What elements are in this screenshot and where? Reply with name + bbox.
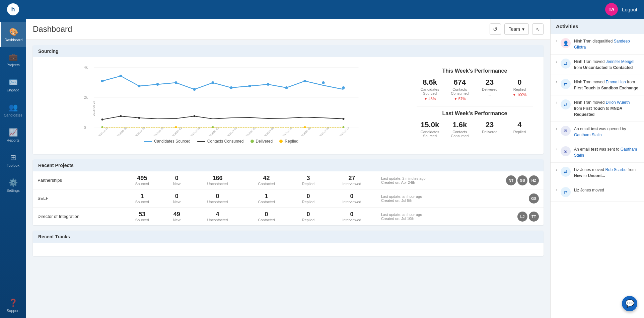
this-week-grid: 8.6k Candidates Sourced ▼ 43% 674 Contac… [417, 78, 533, 101]
contacted-cell: 42 Contacted [244, 171, 289, 189]
interviewed-cell: 0 Interviewed [327, 208, 376, 226]
svg-point-21 [101, 118, 103, 121]
sidebar-item-label: Projects [6, 63, 20, 67]
this-week-replied: 0 Replied ▼ 100% [506, 78, 533, 101]
sourcing-body: 4k 2k 0 2018-06-27 [33, 57, 544, 154]
user-avatar[interactable]: TA [605, 3, 618, 16]
activity-text: Ninh Tran disqualified Sandeep Gilotra [574, 38, 639, 50]
uncontacted-cell: 0 Uncontacted [191, 189, 243, 208]
dashboard-icon: 🎨 [9, 28, 18, 36]
sidebar-item-toolbox[interactable]: ⊞ Toolbox [0, 148, 26, 173]
svg-point-11 [175, 81, 177, 84]
svg-point-23 [138, 117, 140, 119]
interviewed-cell: 27 Interviewed [327, 171, 376, 189]
activity-link[interactable]: Gautham Stalin [574, 147, 637, 158]
move-icon: ⇄ [561, 59, 571, 69]
table-row[interactable]: SELF 1 Sourced 0 New 0 [33, 189, 544, 208]
sidebar-item-engage[interactable]: ✉️ Engage [0, 72, 26, 97]
logout-button[interactable]: Logout [622, 7, 637, 12]
project-avatars-cell: LJ TT [470, 208, 544, 226]
replied-cell: 3 Replied [289, 171, 328, 189]
activity-item[interactable]: › ⇄ Ninh Tran moved Jennifer Mengel from… [551, 55, 644, 75]
activity-item[interactable]: › ✉ An email test was sent to Gautham St… [551, 142, 644, 163]
svg-point-29 [175, 126, 177, 128]
sidebar-item-dashboard[interactable]: 🎨 Dashboard [0, 22, 26, 47]
sidebar-item-reports[interactable]: 📈 Reports [0, 123, 26, 148]
email-icon: ✉ [561, 126, 571, 136]
legend-delivered: Delivered [251, 139, 273, 144]
chart-area: 4k 2k 0 2018-06-27 [38, 63, 404, 149]
this-week-delivered: 23 Delivered -- [477, 78, 503, 101]
new-cell: 49 New [162, 208, 191, 226]
sidebar-item-settings[interactable]: ⚙️ Settings [0, 173, 26, 198]
sourced-cell: 495 Sourced [122, 171, 162, 189]
svg-point-12 [193, 88, 196, 91]
uncontacted-cell: 4 Uncontacted [191, 208, 243, 226]
project-meta: Last update: an hour ago Created on: Jul… [376, 208, 470, 226]
project-name: SELF [33, 189, 122, 208]
activity-link[interactable]: Rob Scarbo [605, 167, 626, 172]
sourcing-header: Sourcing [33, 45, 544, 57]
recent-tracks-card: Recent Tracks [33, 231, 544, 256]
main-content: Dashboard ↺ Team ▾ ∿ Sourcing [26, 19, 550, 318]
activity-item[interactable]: › ⇄ Liz Jones moved [551, 183, 644, 202]
team-dropdown-button[interactable]: Team ▾ [504, 23, 529, 35]
activity-link[interactable]: Emma Han [606, 80, 626, 84]
support-icon: ❓ [9, 299, 18, 307]
project-avatars-cell: NT GS HZ [470, 171, 544, 189]
projects-table: Partnerships 495 Sourced 0 New [33, 171, 544, 225]
sourced-cell: 53 Sourced [122, 208, 162, 226]
activity-link[interactable]: Sandeep Gilotra [574, 39, 630, 50]
activity-link[interactable]: Jennifer Mengel [606, 59, 634, 64]
sidebar-item-candidates[interactable]: 👥 Candidates [0, 97, 26, 123]
table-row[interactable]: Director of Integration 53 Sourced 49 Ne… [33, 208, 544, 226]
sidebar-item-label: Candidates [4, 113, 22, 117]
person-icon: 👤 [561, 38, 571, 48]
activity-text: An email test was sent to Gautham Stalin [574, 146, 639, 158]
activity-item[interactable]: › ⇄ Ninh Tran moved Dillon Wuerth from F… [551, 95, 644, 122]
activity-text: Ninh Tran moved Emma Han from First Touc… [574, 79, 639, 91]
dashboard-header: Dashboard ↺ Team ▾ ∿ [26, 19, 550, 40]
svg-point-8 [120, 75, 122, 77]
chevron-right-icon: › [556, 127, 557, 131]
sidebar-item-support[interactable]: ❓ Support [0, 293, 26, 318]
activity-text: Liz Jones moved Rob Scarbo from New to U… [574, 167, 639, 179]
this-week-candidates: 8.6k Candidates Sourced ▼ 43% [417, 78, 443, 101]
activity-item[interactable]: › ⇄ Liz Jones moved Rob Scarbo from New … [551, 163, 644, 183]
sidebar-item-label: Engage [7, 88, 19, 92]
main-wrapper: TA Logout Dashboard ↺ Team ▾ ∿ Sourcing [26, 0, 644, 318]
svg-point-14 [230, 86, 233, 89]
activity-item[interactable]: › 👤 Ninh Tran disqualified Sandeep Gilot… [551, 34, 644, 55]
svg-point-15 [248, 85, 251, 87]
activity-item[interactable]: › ⇄ Ninh Tran moved Emma Han from First … [551, 75, 644, 95]
recent-projects-header: Recent Projects [33, 159, 544, 171]
chevron-right-icon: › [556, 100, 557, 105]
sidebar-logo: h [0, 0, 26, 19]
svg-text:4k: 4k [84, 65, 88, 69]
legend-contacts: Contacts Consumed [197, 139, 244, 144]
chat-button[interactable]: 💬 [622, 296, 637, 311]
activity-link[interactable]: Dillon Wuerth [606, 100, 630, 105]
contacted-cell: 1 Contacted [244, 189, 289, 208]
refresh-button[interactable]: ↺ [490, 23, 501, 35]
table-row[interactable]: Partnerships 495 Sourced 0 New [33, 171, 544, 189]
chevron-right-icon: › [556, 59, 557, 64]
interviewed-cell: 0 Interviewed [327, 189, 376, 208]
content-area: Dashboard ↺ Team ▾ ∿ Sourcing [26, 19, 644, 318]
sourced-cell: 1 Sourced [122, 189, 162, 208]
sourcing-chart: 4k 2k 0 2018-06-27 [38, 63, 404, 136]
project-name: Partnerships [33, 171, 122, 189]
sidebar-item-projects[interactable]: 💼 Projects [0, 47, 26, 72]
chart-toggle-button[interactable]: ∿ [532, 23, 544, 35]
recent-projects-card: Recent Projects Partnerships 495 Sourced [33, 159, 544, 225]
svg-point-22 [120, 115, 122, 117]
move-icon: ⇄ [561, 79, 571, 89]
activity-item[interactable]: › ✉ An email test was opened by Gautham … [551, 122, 644, 142]
svg-point-25 [343, 118, 345, 120]
top-header: TA Logout [26, 0, 644, 19]
projects-icon: 💼 [9, 53, 18, 62]
activity-link[interactable]: Gautham Stalin [574, 133, 602, 137]
project-meta: Last update: 2 minutes ago Created on: A… [376, 171, 470, 189]
last-week-delivered: 23 Delivered [477, 121, 503, 138]
sidebar-item-label: Settings [6, 188, 20, 192]
